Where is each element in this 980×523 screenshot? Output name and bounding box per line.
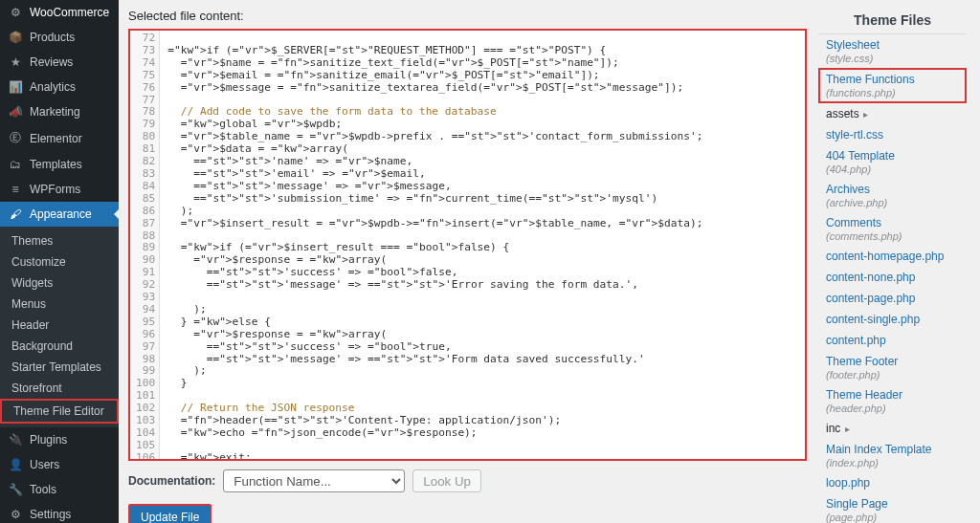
file-name-label: style-rtl.css [826, 128, 959, 142]
file-content-homepage-php[interactable]: content-homepage.php [818, 246, 967, 267]
file-sub-label: (header.php) [826, 403, 959, 414]
file-sub-label: (page.php) [826, 512, 959, 523]
plugins-icon: 🔌 [8, 433, 23, 447]
sidebar-item-reviews[interactable]: ★Reviews [0, 50, 119, 75]
file-content-none-php[interactable]: content-none.php [818, 267, 967, 288]
doc-function-select[interactable]: Function Name... [223, 469, 405, 492]
products-icon: 📦 [8, 31, 23, 44]
file-name-label: content-single.php [826, 313, 959, 326]
file-theme-functions[interactable]: Theme Functions(functions.php) [818, 68, 967, 103]
folder-arrow-icon: ▸ [842, 424, 850, 434]
sidebar-item-products[interactable]: 📦Products [0, 25, 119, 50]
file-comments[interactable]: Comments(comments.php) [818, 212, 967, 246]
sidebar-item-analytics[interactable]: 📊Analytics [0, 75, 119, 99]
side-item-label: Reviews [30, 55, 73, 69]
file-name-label: assets ▸ [826, 107, 959, 120]
main-content: Selected file content: 72 73 74 75 76 77… [119, 0, 980, 523]
file-name-label: 404 Template [826, 149, 959, 163]
appearance-icon: 🖌 [8, 207, 23, 221]
file-single-page[interactable]: Single Page(page.php) [818, 493, 967, 523]
file-name-label: Theme Header [826, 388, 959, 402]
file-sub-label: (footer.php) [826, 369, 959, 381]
file-name-label: content-none.php [826, 271, 959, 284]
sidebar-item-templates[interactable]: 🗂Templates [0, 152, 119, 177]
doc-label: Documentation: [128, 474, 215, 488]
file-inc[interactable]: inc ▸ [818, 418, 967, 439]
woocommerce-icon: ⚙ [8, 6, 23, 19]
sidebar-item-woocommerce[interactable]: ⚙WooCommerce [0, 0, 119, 25]
side-item-label: WooCommerce [30, 6, 109, 19]
file-404-template[interactable]: 404 Template(404.php) [818, 145, 967, 179]
side-item-label: Settings [30, 508, 71, 521]
file-name-label: Single Page [826, 497, 959, 511]
sidebar-sub-widgets[interactable]: Widgets [0, 272, 119, 294]
sidebar-item-elementor[interactable]: ⒺElementor [0, 124, 119, 152]
file-sub-label: (archive.php) [826, 197, 959, 208]
analytics-icon: 📊 [8, 80, 23, 94]
sidebar-item-marketing[interactable]: 📣Marketing [0, 99, 119, 124]
file-name-label: Comments [826, 216, 959, 229]
file-theme-footer[interactable]: Theme Footer(footer.php) [818, 351, 967, 384]
update-file-button[interactable]: Update File [128, 504, 212, 523]
side-item-label: Users [30, 458, 59, 471]
file-assets[interactable]: assets ▸ [818, 103, 967, 124]
sidebar-sub-storefront[interactable]: Storefront [0, 378, 119, 399]
editor-code-area[interactable]: ="kw">if (="vr">$_SERVER[="st">"REQUEST_… [160, 31, 805, 459]
side-item-label: Products [30, 31, 75, 44]
sidebar-sub-customize[interactable]: Customize [0, 251, 119, 272]
file-name-label: Theme Footer [826, 355, 959, 368]
admin-sidebar: ⚙WooCommerce📦Products★Reviews📊Analytics📣… [0, 0, 119, 523]
file-sub-label: (index.php) [826, 457, 959, 469]
file-stylesheet[interactable]: Stylesheet(style.css) [818, 34, 967, 68]
users-icon: 👤 [8, 458, 23, 471]
file-content-page-php[interactable]: content-page.php [818, 288, 967, 309]
sidebar-item-tools[interactable]: 🔧Tools [0, 477, 119, 502]
templates-icon: 🗂 [8, 158, 23, 171]
sidebar-sub-theme-file-editor[interactable]: Theme File Editor [0, 399, 119, 424]
file-name-label: Archives [826, 183, 959, 196]
file-style-rtl-css[interactable]: style-rtl.css [818, 124, 967, 145]
lookup-button[interactable]: Look Up [412, 469, 481, 492]
theme-files-list: Stylesheet(style.css)Theme Functions(fun… [818, 33, 967, 523]
file-name-label: Main Index Template [826, 443, 959, 456]
sidebar-sub-background[interactable]: Background [0, 336, 119, 357]
sidebar-item-appearance[interactable]: 🖌Appearance [0, 202, 119, 227]
file-name-label: loop.php [826, 476, 959, 490]
file-content-php[interactable]: content.php [818, 330, 967, 351]
sidebar-item-wpforms[interactable]: ≡WPForms [0, 177, 119, 202]
file-name-label: Theme Functions [826, 73, 959, 86]
file-sub-label: (comments.php) [826, 230, 959, 242]
side-item-label: WPForms [30, 183, 80, 196]
side-item-label: Elementor [30, 132, 82, 145]
reviews-icon: ★ [8, 55, 23, 69]
sidebar-sub-starter-templates[interactable]: Starter Templates [0, 357, 119, 378]
sidebar-sub-themes[interactable]: Themes [0, 230, 119, 251]
side-item-label: Appearance [30, 207, 92, 221]
folder-arrow-icon: ▸ [861, 109, 869, 120]
wpforms-icon: ≡ [8, 183, 23, 196]
selected-file-label: Selected file content: [128, 9, 807, 23]
side-item-label: Plugins [30, 433, 67, 447]
file-name-label: content.php [826, 334, 959, 347]
file-main-index-template[interactable]: Main Index Template(index.php) [818, 439, 967, 472]
sidebar-sub-header[interactable]: Header [0, 315, 119, 336]
file-sub-label: (404.php) [826, 163, 959, 175]
file-theme-header[interactable]: Theme Header(header.php) [818, 384, 967, 418]
elementor-icon: Ⓔ [8, 130, 23, 146]
file-loop-php[interactable]: loop.php [818, 472, 967, 493]
editor-gutter: 72 73 74 75 76 77 78 79 80 81 82 83 84 8… [130, 31, 160, 459]
sidebar-item-users[interactable]: 👤Users [0, 452, 119, 477]
sidebar-item-plugins[interactable]: 🔌Plugins [0, 427, 119, 452]
file-content-single-php[interactable]: content-single.php [818, 309, 967, 330]
sidebar-item-settings[interactable]: ⚙Settings [0, 502, 119, 523]
sidebar-sub-menus[interactable]: Menus [0, 294, 119, 315]
tools-icon: 🔧 [8, 483, 23, 496]
file-name-label: content-homepage.php [826, 250, 959, 263]
side-item-label: Marketing [30, 105, 80, 119]
code-editor[interactable]: 72 73 74 75 76 77 78 79 80 81 82 83 84 8… [128, 29, 807, 461]
file-name-label: Stylesheet [826, 38, 959, 52]
file-archives[interactable]: Archives(archive.php) [818, 179, 967, 212]
file-sub-label: (functions.php) [826, 87, 959, 98]
settings-icon: ⚙ [8, 508, 23, 521]
file-name-label: content-page.php [826, 292, 959, 305]
